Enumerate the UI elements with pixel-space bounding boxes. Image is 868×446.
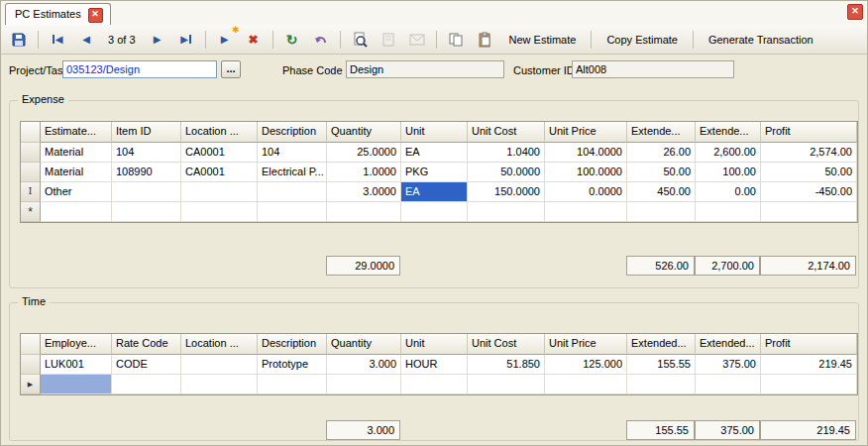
row-selector[interactable] — [21, 143, 41, 163]
column-header[interactable]: Estimate... — [41, 122, 112, 143]
project-task-lookup-button[interactable]: ... — [221, 60, 241, 78]
grid-cell[interactable] — [258, 375, 327, 394]
grid-cell[interactable]: EA — [401, 143, 468, 163]
column-header[interactable]: Location ... — [181, 334, 258, 355]
first-record-button[interactable]: ◀ — [45, 28, 70, 52]
grid-cell[interactable] — [327, 202, 401, 222]
grid-cell[interactable]: 2,600.00 — [696, 143, 761, 163]
column-header[interactable]: Unit — [401, 122, 468, 143]
column-header[interactable]: Description — [258, 122, 327, 143]
tab-pc-estimates[interactable]: PC Estimates ✕ — [5, 3, 111, 25]
grid-cell[interactable] — [181, 355, 258, 375]
paste-button[interactable] — [472, 28, 497, 52]
grid-cell[interactable] — [258, 182, 327, 202]
grid-cell[interactable]: 375.00 — [696, 355, 761, 375]
grid-cell[interactable]: CODE — [112, 355, 181, 375]
grid-cell[interactable]: EA — [401, 182, 468, 202]
grid-cell[interactable]: 104 — [112, 143, 181, 163]
grid-cell[interactable] — [401, 202, 468, 222]
last-record-button[interactable]: ▶ — [173, 28, 199, 52]
grid-cell[interactable] — [258, 202, 327, 222]
grid-cell[interactable] — [545, 375, 627, 394]
column-header[interactable]: Unit Cost — [468, 122, 545, 143]
column-header[interactable]: Unit Cost — [468, 334, 545, 355]
grid-cell[interactable]: 50.0000 — [468, 163, 545, 182]
column-header[interactable]: Quantity — [327, 334, 401, 355]
grid-cell[interactable]: Material — [41, 143, 112, 163]
grid-cell[interactable]: 51.850 — [468, 355, 545, 375]
previous-record-button[interactable]: ◀ — [73, 28, 99, 52]
grid-cell[interactable]: 1.0400 — [468, 143, 545, 163]
grid-cell[interactable] — [112, 182, 181, 202]
grid-cell[interactable]: Material — [41, 163, 112, 182]
grid-cell[interactable] — [696, 375, 761, 394]
grid-cell[interactable]: 25.0000 — [327, 143, 401, 163]
grid-cell[interactable]: 125.000 — [545, 355, 627, 375]
grid-cell[interactable]: CA0001 — [181, 163, 258, 182]
row-selector-header[interactable] — [21, 334, 41, 355]
time-grid[interactable]: Employe...Rate CodeLocation ...Descripti… — [20, 333, 858, 395]
grid-cell[interactable] — [181, 375, 258, 394]
grid-cell[interactable]: 3.0000 — [327, 182, 401, 202]
row-selector[interactable]: ▶ — [21, 375, 41, 394]
grid-cell[interactable] — [627, 202, 696, 222]
grid-cell[interactable]: 0.0000 — [545, 182, 627, 202]
grid-cell[interactable] — [468, 375, 545, 394]
grid-cell[interactable]: CA0001 — [181, 143, 258, 163]
print-preview-button[interactable] — [347, 28, 373, 52]
project-task-input[interactable] — [62, 60, 217, 78]
grid-cell[interactable]: Electrical P... — [258, 163, 327, 182]
grid-cell[interactable] — [545, 202, 627, 222]
column-header[interactable]: Quantity — [327, 122, 401, 143]
column-header[interactable]: Extended... — [627, 334, 696, 355]
save-button[interactable] — [6, 28, 32, 52]
expense-grid[interactable]: Estimate...Item IDLocation ...Descriptio… — [20, 121, 858, 223]
row-selector[interactable]: I — [21, 182, 41, 202]
column-header[interactable]: Employe... — [41, 334, 112, 355]
grid-cell[interactable] — [761, 202, 857, 222]
row-selector[interactable]: * — [21, 202, 41, 222]
grid-cell[interactable]: 0.00 — [696, 182, 761, 202]
grid-cell[interactable]: 100.00 — [696, 163, 761, 182]
grid-cell[interactable]: LUK001 — [41, 355, 112, 375]
column-header[interactable]: Unit Price — [545, 334, 627, 355]
grid-cell[interactable]: Other — [41, 182, 112, 202]
grid-cell[interactable]: 150.0000 — [468, 182, 545, 202]
grid-cell[interactable] — [112, 375, 181, 394]
refresh-button[interactable]: ↻ — [279, 28, 305, 52]
row-selector[interactable] — [21, 163, 41, 182]
grid-cell[interactable] — [468, 202, 545, 222]
column-header[interactable]: Item ID — [112, 122, 181, 143]
grid-cell[interactable] — [112, 202, 181, 222]
grid-cell[interactable]: 104 — [258, 143, 327, 163]
grid-cell[interactable]: HOUR — [401, 355, 468, 375]
column-header[interactable]: Extende... — [627, 122, 696, 143]
grid-cell[interactable]: 2,574.00 — [761, 143, 857, 163]
delete-record-button[interactable]: ✖ — [241, 28, 267, 52]
grid-cell[interactable] — [696, 202, 761, 222]
grid-cell[interactable] — [41, 202, 112, 222]
grid-cell[interactable]: -450.00 — [761, 182, 857, 202]
copy-estimate-button[interactable]: Copy Estimate — [597, 30, 687, 50]
grid-cell[interactable] — [181, 202, 258, 222]
grid-cell[interactable] — [181, 182, 258, 202]
grid-cell[interactable]: 155.55 — [627, 355, 696, 375]
grid-cell[interactable]: Prototype — [258, 355, 327, 375]
grid-cell[interactable] — [327, 375, 401, 394]
new-estimate-button[interactable]: New Estimate — [500, 30, 586, 50]
column-header[interactable]: Unit Price — [545, 122, 627, 143]
grid-cell[interactable] — [41, 375, 112, 394]
column-header[interactable]: Extende... — [696, 122, 761, 143]
new-record-button[interactable]: ▶✱ — [212, 28, 238, 52]
column-header[interactable]: Location ... — [181, 122, 258, 143]
grid-cell[interactable] — [401, 375, 468, 394]
grid-cell[interactable] — [627, 375, 696, 394]
next-record-button[interactable]: ▶ — [145, 28, 170, 52]
column-header[interactable]: Rate Code — [112, 334, 181, 355]
close-window-icon[interactable]: ✕ — [847, 4, 863, 20]
grid-cell[interactable]: 50.00 — [761, 163, 857, 182]
column-header[interactable]: Extended... — [696, 334, 761, 355]
grid-cell[interactable]: 3.000 — [327, 355, 401, 375]
column-header[interactable]: Description — [258, 334, 327, 355]
grid-cell[interactable]: PKG — [401, 163, 468, 182]
